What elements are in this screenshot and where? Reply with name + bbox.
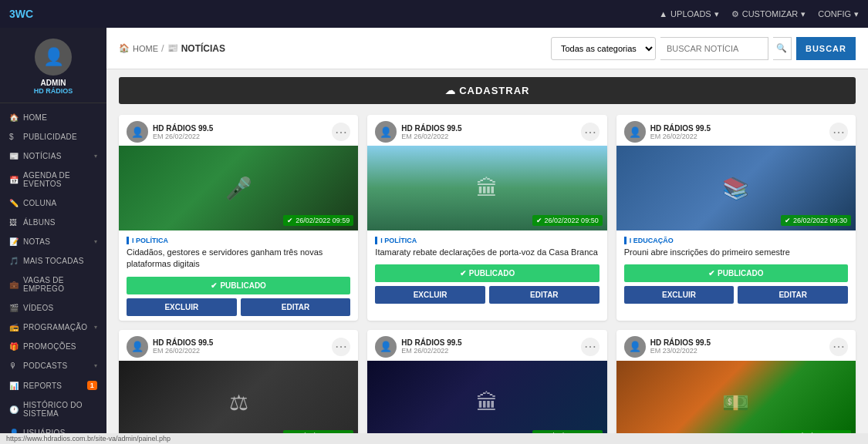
news-image: 🏛 <box>367 361 606 433</box>
news-image-wrapper: 🏛 ✔ 26/02/2022 09:50 <box>367 146 606 230</box>
customizar-button[interactable]: ⚙ CUSTOMIZAR ▾ <box>731 9 806 19</box>
home-icon: 🏠 <box>119 43 130 53</box>
sidebar-item-historico[interactable]: 🕐 HISTÓRICO DO SISTEMA <box>0 395 106 423</box>
sidebar-item-podcasts[interactable]: 🎙 PODCASTS ▾ <box>0 356 106 375</box>
sidebar-item-programacao[interactable]: 📻 PROGRAMAÇÃO ▾ <box>0 318 106 337</box>
card-menu-button[interactable]: ⋯ <box>332 123 350 141</box>
news-category: I POLÍTICA <box>375 237 599 244</box>
excluir-button[interactable]: EXCLUIR <box>375 286 485 304</box>
card-author: 👤 HD RÁDIOS 99.5 EM 26/02/2022 <box>375 336 461 358</box>
news-card-body: I EDUCAÇÃO Prouni abre inscrições do pri… <box>616 230 856 308</box>
news-card-header: 👤 HD RÁDIOS 99.5 EM 23/02/2022 ⋯ <box>616 330 856 361</box>
sidebar-item-usuarios[interactable]: 👤 USUÁRIOS <box>0 423 106 433</box>
card-avatar: 👤 <box>624 336 646 358</box>
vagas-icon: 💼 <box>9 281 19 289</box>
sidebar-item-label: VAGAS DE EMPREGO <box>23 276 97 293</box>
sidebar-item-left: ✏️ COLUNA <box>9 199 56 207</box>
buscar-button[interactable]: BUSCAR <box>796 37 856 60</box>
sidebar-item-left: 📝 NOTAS <box>9 237 50 246</box>
sidebar-item-left: 🏠 HOME <box>9 113 47 122</box>
sidebar-item-noticias[interactable]: 📰 NOTÍCIAS ▾ <box>0 146 106 166</box>
editar-button[interactable]: EDITAR <box>738 286 848 304</box>
sidebar-profile: 👤 ADMIN HD RÁDIOS <box>0 28 106 103</box>
card-menu-button[interactable]: ⋯ <box>829 338 848 356</box>
sidebar-item-left: 💼 VAGAS DE EMPREGO <box>9 276 97 293</box>
news-timestamp: ✔ 23/02/2022 16:40 <box>781 430 851 433</box>
search-input[interactable] <box>660 37 768 60</box>
news-card: 👤 HD RÁDIOS 99.5 EM 26/02/2022 ⋯ 🏛 ✔ 26/… <box>367 330 606 433</box>
gear-icon: ⚙ <box>731 9 739 19</box>
sidebar-item-left: 📻 PROGRAMAÇÃO <box>9 323 87 331</box>
card-avatar: 👤 <box>375 336 397 358</box>
sidebar-item-reports[interactable]: 📊 REPORTS 1 <box>0 375 106 395</box>
category-select[interactable]: Todas as categorias Política Educação Ju… <box>551 37 656 60</box>
news-timestamp: ✔ 26/02/2022 09:50 <box>532 215 603 226</box>
sidebar-item-agenda[interactable]: 📅 AGENDA DE EVENTOS <box>0 166 106 193</box>
card-author-info: HD RÁDIOS 99.5 EM 26/02/2022 <box>153 124 213 140</box>
uploads-button[interactable]: ▲ UPLOADS ▾ <box>659 9 718 19</box>
sidebar-item-publicidade[interactable]: $ PUBLICIDADE <box>0 127 106 146</box>
sidebar-sitename: HD RÁDIOS <box>34 87 73 95</box>
clock-icon: ✔ <box>785 217 791 224</box>
sidebar-item-vagas[interactable]: 💼 VAGAS DE EMPREGO <box>0 271 106 298</box>
editar-button[interactable]: EDITAR <box>489 286 599 304</box>
card-actions: EXCLUIR EDITAR <box>127 298 350 316</box>
card-menu-button[interactable]: ⋯ <box>581 338 599 356</box>
podcasts-icon: 🎙 <box>9 362 19 370</box>
news-timestamp: ✔ 26/02/2022 09:59 <box>283 215 353 226</box>
excluir-button[interactable]: EXCLUIR <box>127 298 237 316</box>
card-menu-button[interactable]: ⋯ <box>829 123 848 141</box>
sidebar-item-notas[interactable]: 📝 NOTAS ▾ <box>0 232 106 251</box>
card-menu-button[interactable]: ⋯ <box>332 338 350 356</box>
card-author-date: EM 26/02/2022 <box>153 347 213 355</box>
editar-button[interactable]: EDITAR <box>241 298 351 316</box>
coluna-icon: ✏️ <box>9 199 19 207</box>
notas-icon: 📝 <box>9 237 19 246</box>
avatar: 👤 <box>35 39 72 76</box>
sidebar-item-home[interactable]: 🏠 HOME <box>0 108 106 127</box>
card-author-info: HD RÁDIOS 99.5 EM 23/02/2022 <box>650 338 711 355</box>
published-button[interactable]: ✔ PUBLICADO <box>127 277 350 294</box>
check-icon: ✔ <box>460 269 466 278</box>
sidebar-item-coluna[interactable]: ✏️ COLUNA <box>0 193 106 213</box>
videos-icon: 🎬 <box>9 304 19 312</box>
chevron-icon: ▾ <box>94 362 97 369</box>
news-image: ⚖ <box>119 361 358 433</box>
clock-icon: ✔ <box>287 432 293 433</box>
news-card-header: 👤 HD RÁDIOS 99.5 EM 26/02/2022 ⋯ <box>119 330 358 361</box>
clock-icon: ✔ <box>536 217 542 224</box>
card-author: 👤 HD RÁDIOS 99.5 EM 23/02/2022 <box>624 336 711 358</box>
sidebar-item-videos[interactable]: 🎬 VÍDEOS <box>0 298 106 318</box>
cadastrar-bar[interactable]: ☁ CADASTRAR <box>119 77 856 104</box>
chevron-icon: ▾ <box>94 324 97 331</box>
published-button[interactable]: ✔ PUBLICADO <box>624 264 848 282</box>
card-menu-button[interactable]: ⋯ <box>581 123 599 141</box>
excluir-button[interactable]: EXCLUIR <box>624 286 735 304</box>
news-timestamp: ✔ 26/02/2022 09:15 <box>283 430 353 433</box>
card-author-date: EM 26/02/2022 <box>650 133 711 140</box>
sidebar-item-left: 🎵 MAIS TOCADAS <box>9 257 84 265</box>
card-avatar: 👤 <box>375 121 397 143</box>
sidebar-item-mais-tocadas[interactable]: 🎵 MAIS TOCADAS <box>0 251 106 271</box>
card-author: 👤 HD RÁDIOS 99.5 EM 26/02/2022 <box>127 121 213 143</box>
main-content: 🏠 HOME / 📰 NOTÍCIAS Todas as categorias … <box>106 28 868 433</box>
config-button[interactable]: CONFIG ▾ <box>818 9 859 19</box>
news-card: 👤 HD RÁDIOS 99.5 EM 23/02/2022 ⋯ 💵 ✔ 23/… <box>616 330 856 433</box>
sidebar-item-label: HOME <box>23 113 47 122</box>
news-image-wrapper: 🏛 ✔ 26/02/2022 09:00 <box>367 361 606 433</box>
news-timestamp: ✔ 26/02/2022 09:00 <box>532 430 603 433</box>
card-author-info: HD RÁDIOS 99.5 EM 26/02/2022 <box>401 124 461 140</box>
sidebar-item-left: 📅 AGENDA DE EVENTOS <box>9 171 97 188</box>
sidebar-item-left: 🎬 VÍDEOS <box>9 304 54 312</box>
card-author: 👤 HD RÁDIOS 99.5 EM 26/02/2022 <box>127 336 213 358</box>
sidebar-item-albuns[interactable]: 🖼 ÁLBUNS <box>0 213 106 232</box>
news-icon: 📰 <box>167 43 178 53</box>
historico-icon: 🕐 <box>9 405 19 414</box>
card-author-date: EM 26/02/2022 <box>401 347 461 355</box>
news-category: I EDUCAÇÃO <box>624 237 848 244</box>
published-button[interactable]: ✔ PUBLICADO <box>375 264 599 282</box>
card-author-name: HD RÁDIOS 99.5 <box>153 338 213 347</box>
topbar-logo: 3WC <box>9 8 33 20</box>
sidebar-item-label: HISTÓRICO DO SISTEMA <box>23 401 97 418</box>
sidebar-item-promocoes[interactable]: 🎁 PROMOÇÕES <box>0 337 106 356</box>
